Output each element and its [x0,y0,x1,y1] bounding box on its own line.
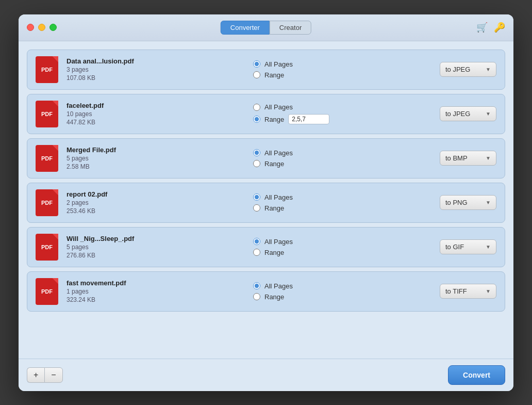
convert-button[interactable]: Convert [448,365,505,385]
file-pages: 2 pages [66,199,245,206]
range-text: Range [264,116,284,123]
all-pages-text: All Pages [264,149,293,157]
add-remove-group: + − [27,367,63,383]
file-name: Data anal...lusion.pdf [66,57,245,65]
file-name: fast movement.pdf [66,279,245,287]
all-pages-radio[interactable] [253,282,260,289]
format-select-button[interactable]: to TIFF ▼ [440,284,496,299]
file-size: 253.46 KB [66,207,245,215]
file-pages: 3 pages [66,66,245,73]
all-pages-radio[interactable] [253,104,260,111]
range-radio[interactable] [253,71,260,78]
format-label: to JPEG [445,110,470,118]
close-button[interactable] [27,24,34,31]
page-selection-group: All Pages Range [253,103,431,124]
minimize-button[interactable] [38,24,45,31]
range-text: Range [264,204,284,212]
range-radio[interactable] [253,249,260,256]
range-label[interactable]: Range [253,71,431,79]
page-selection-group: All Pages Range [253,149,431,168]
page-selection-group: All Pages Range [253,60,431,79]
pdf-icon: PDF [36,145,58,172]
chevron-down-icon: ▼ [486,111,491,117]
titlebar-actions: 🛒 🔑 [476,22,505,33]
all-pages-label[interactable]: All Pages [253,149,431,157]
format-select-button[interactable]: to JPEG ▼ [440,62,496,77]
chevron-down-icon: ▼ [486,67,491,72]
format-label: to GIF [445,243,464,251]
format-select-button[interactable]: to BMP ▼ [440,151,496,166]
file-info: faceleet.pdf 10 pages 447.82 KB [66,102,245,126]
range-label[interactable]: Range [253,204,431,212]
format-label: to TIFF [445,287,467,295]
file-info: Merged File.pdf 5 pages 2.58 MB [66,146,245,170]
all-pages-text: All Pages [264,60,293,68]
range-radio[interactable] [253,116,260,123]
all-pages-radio[interactable] [253,238,260,245]
tab-bar: Converter Creator [221,21,311,35]
format-dropdown: to GIF ▼ [440,239,496,254]
all-pages-label[interactable]: All Pages [253,282,431,290]
format-select-button[interactable]: to PNG ▼ [440,195,496,210]
footer: + − Convert [19,359,513,391]
format-dropdown: to JPEG ▼ [440,62,496,77]
file-row: PDF Merged File.pdf 5 pages 2.58 MB All … [27,138,505,179]
chevron-down-icon: ▼ [486,288,491,294]
page-selection-group: All Pages Range [253,193,431,212]
format-dropdown: to PNG ▼ [440,195,496,210]
all-pages-radio[interactable] [253,60,260,68]
file-pages: 5 pages [66,155,245,162]
remove-file-button[interactable]: − [44,367,62,383]
all-pages-text: All Pages [264,103,293,111]
all-pages-text: All Pages [264,193,293,201]
file-info: report 02.pdf 2 pages 253.46 KB [66,190,245,215]
file-pages: 5 pages [66,244,245,251]
all-pages-radio[interactable] [253,193,260,201]
pdf-icon: PDF [36,234,58,261]
titlebar: Converter Creator 🛒 🔑 [19,14,513,41]
chevron-down-icon: ▼ [486,155,491,161]
format-label: to JPEG [445,66,470,73]
range-input[interactable] [288,114,329,124]
file-info: Will _Nig...Sleep_.pdf 5 pages 276.86 KB [66,235,245,259]
file-list: PDF Data anal...lusion.pdf 3 pages 107.0… [19,41,513,359]
file-row: PDF Will _Nig...Sleep_.pdf 5 pages 276.8… [27,227,505,267]
format-dropdown: to JPEG ▼ [440,106,496,121]
file-size: 107.08 KB [66,74,245,82]
all-pages-label[interactable]: All Pages [253,60,431,68]
file-pages: 10 pages [66,110,245,118]
all-pages-label[interactable]: All Pages [253,238,431,246]
file-name: report 02.pdf [66,190,245,198]
range-label[interactable]: Range [253,293,431,301]
range-radio[interactable] [253,160,260,167]
all-pages-label[interactable]: All Pages [253,103,431,111]
tab-converter[interactable]: Converter [221,21,270,35]
file-name: faceleet.pdf [66,102,245,109]
range-label[interactable]: Range [253,160,431,168]
file-name: Will _Nig...Sleep_.pdf [66,235,245,242]
cart-icon[interactable]: 🛒 [476,22,488,33]
format-select-button[interactable]: to JPEG ▼ [440,106,496,121]
range-text: Range [264,71,284,79]
file-row: PDF Data anal...lusion.pdf 3 pages 107.0… [27,50,505,90]
range-radio[interactable] [253,293,260,300]
key-icon[interactable]: 🔑 [494,22,505,33]
file-info: fast movement.pdf 1 pages 323.24 KB [66,279,245,303]
file-info: Data anal...lusion.pdf 3 pages 107.08 KB [66,57,245,82]
format-select-button[interactable]: to GIF ▼ [440,239,496,254]
all-pages-label[interactable]: All Pages [253,193,431,201]
range-text: Range [264,160,284,168]
range-radio[interactable] [253,204,260,212]
maximize-button[interactable] [49,24,57,31]
file-size: 323.24 KB [66,296,245,303]
pdf-icon: PDF [36,101,58,127]
add-file-button[interactable]: + [27,367,44,383]
tab-creator[interactable]: Creator [270,21,311,35]
range-label[interactable]: Range [253,114,431,124]
range-label[interactable]: Range [253,249,431,256]
all-pages-text: All Pages [264,282,293,290]
format-label: to PNG [445,199,468,206]
all-pages-radio[interactable] [253,149,260,156]
file-size: 276.86 KB [66,252,245,259]
file-pages: 1 pages [66,288,245,295]
